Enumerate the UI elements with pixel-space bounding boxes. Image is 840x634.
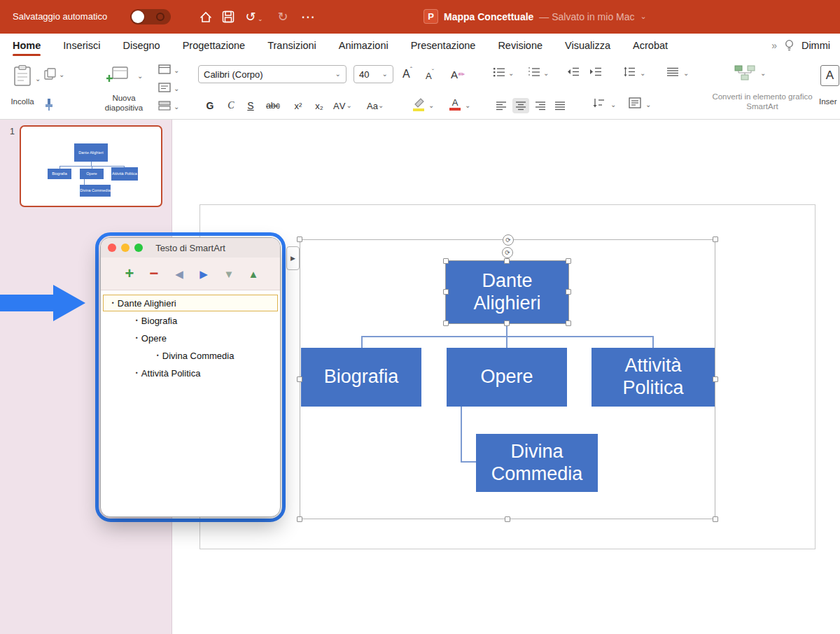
new-slide-icon[interactable] <box>106 65 129 83</box>
clear-formatting-button[interactable]: A✎ <box>449 66 466 83</box>
resize-handle[interactable] <box>504 258 510 264</box>
character-spacing-button[interactable]: AV⌄ <box>333 97 353 114</box>
smartart-node-attivita[interactable]: Attività Politica <box>592 348 715 407</box>
smartart-text-item-attivita[interactable]: ▪ Attività Politica <box>103 365 278 381</box>
highlight-color-button[interactable] <box>412 97 426 112</box>
tab-home[interactable]: Home <box>13 34 41 57</box>
numbering-chevron-down-icon[interactable]: ⌄ <box>543 70 549 77</box>
resize-handle[interactable] <box>297 376 302 382</box>
layout-chevron-down-icon[interactable]: ⌄ <box>174 67 179 74</box>
tab-progettazione[interactable]: Progettazione <box>183 34 245 57</box>
shrink-font-button[interactable]: Aˇ <box>421 67 438 84</box>
save-icon[interactable] <box>220 8 237 25</box>
demote-arrow-right-icon[interactable]: ▶ <box>196 258 211 290</box>
promote-arrow-left-icon[interactable]: ◀ <box>172 258 187 290</box>
undo-chevron-down-icon[interactable]: ⌄ <box>258 15 263 22</box>
convert-smartart-icon[interactable] <box>734 64 756 81</box>
text-direction-icon[interactable] <box>629 97 641 108</box>
format-painter-icon[interactable] <box>43 98 55 111</box>
convert-smartart-label[interactable]: Converti in elemento grafico SmartArt <box>710 92 815 112</box>
reset-slide-icon[interactable] <box>158 83 171 92</box>
section-icon[interactable] <box>158 101 171 111</box>
new-slide-label[interactable]: Nuova diapositiva <box>97 94 151 113</box>
convert-smartart-chevron-down-icon[interactable]: ⌄ <box>760 70 766 77</box>
sort-text-icon[interactable] <box>592 97 605 108</box>
bold-button[interactable]: G <box>202 97 218 114</box>
align-right-icon[interactable] <box>532 98 549 113</box>
tab-animazioni[interactable]: Animazioni <box>339 34 388 57</box>
slide-thumbnail[interactable]: Dante Alighieri Biografia Opere Attività… <box>20 125 162 207</box>
tab-visualizza[interactable]: Visualizza <box>565 34 610 57</box>
bulleted-list-icon[interactable] <box>493 66 505 77</box>
line-spacing-icon[interactable] <box>623 66 636 77</box>
smartart-text-item-opere[interactable]: ▪ Opere <box>103 330 278 346</box>
smartart-text-item-biografia[interactable]: ▪ Biografia <box>103 312 278 329</box>
tab-inserisci[interactable]: Inserisci <box>63 34 100 57</box>
resize-handle[interactable] <box>505 516 510 522</box>
resize-handle[interactable] <box>443 320 449 326</box>
columns-chevron-down-icon[interactable]: ⌄ <box>683 70 689 77</box>
smartart-node-biografia[interactable]: Biografia <box>301 348 421 407</box>
paste-chevron-down-icon[interactable]: ⌄ <box>35 76 41 83</box>
tab-transizioni[interactable]: Transizioni <box>267 34 316 57</box>
remove-item-icon[interactable]: − <box>146 258 162 290</box>
paste-icon[interactable] <box>13 64 32 87</box>
font-color-chevron-down-icon[interactable]: ⌄ <box>465 102 470 109</box>
move-up-arrow-icon[interactable]: ▲ <box>246 258 261 290</box>
resize-handle[interactable] <box>443 289 449 295</box>
dimmi-search[interactable]: Dimmi <box>802 40 830 51</box>
pane-title-bar[interactable]: Testo di SmartArt <box>101 238 280 258</box>
copy-chevron-down-icon[interactable]: ⌄ <box>59 71 64 78</box>
home-icon[interactable] <box>197 8 214 25</box>
tab-revisione[interactable]: Revisione <box>498 34 542 57</box>
resize-handle[interactable] <box>566 258 571 264</box>
rotate-handle-icon[interactable]: ⟳ <box>503 234 514 246</box>
numbered-list-icon[interactable] <box>528 66 540 77</box>
tab-overflow-chevrons-icon[interactable]: » <box>771 40 777 51</box>
align-center-icon[interactable] <box>512 98 529 113</box>
italic-button[interactable]: C <box>223 97 239 114</box>
change-case-button[interactable]: Aa⌄ <box>367 97 384 114</box>
move-down-arrow-icon[interactable]: ▼ <box>221 258 237 290</box>
text-direction-chevron-down-icon[interactable]: ⌄ <box>645 101 651 108</box>
more-commands-icon[interactable]: ⋯ <box>300 8 316 25</box>
resize-handle[interactable] <box>504 320 510 326</box>
title-chevron-down-icon[interactable]: ⌄ <box>640 12 647 21</box>
autosave-toggle[interactable] <box>130 9 171 24</box>
new-slide-chevron-down-icon[interactable]: ⌄ <box>137 73 143 80</box>
copy-icon[interactable] <box>43 67 56 80</box>
bullets-chevron-down-icon[interactable]: ⌄ <box>508 70 514 77</box>
tab-disegno[interactable]: Disegno <box>122 34 160 57</box>
tab-acrobat[interactable]: Acrobat <box>633 34 668 57</box>
smartart-pane-toggle[interactable]: ▶ <box>286 246 300 270</box>
resize-handle[interactable] <box>443 258 449 264</box>
smartart-node-divina[interactable]: Divina Commedia <box>476 434 598 492</box>
superscript-button[interactable]: x² <box>290 97 307 114</box>
subscript-button[interactable]: x₂ <box>311 97 328 114</box>
reset-chevron-down-icon[interactable]: ⌄ <box>174 85 179 92</box>
paste-label[interactable]: Incolla <box>3 97 42 107</box>
undo-icon[interactable]: ↺ <box>242 8 259 25</box>
insert-textbox-icon[interactable]: A <box>820 65 839 86</box>
resize-handle[interactable] <box>713 376 718 382</box>
resize-handle[interactable] <box>297 516 302 522</box>
rotate-handle-icon[interactable]: ⟳ <box>502 247 513 258</box>
smartart-text-item-divina[interactable]: ▪ Divina Commedia <box>103 347 278 364</box>
justify-icon[interactable] <box>552 98 568 113</box>
tab-presentazione[interactable]: Presentazione <box>411 34 476 57</box>
font-name-combo[interactable]: Calibri (Corpo)⌄ <box>198 65 346 83</box>
line-spacing-chevron-down-icon[interactable]: ⌄ <box>640 70 645 77</box>
resize-handle[interactable] <box>297 237 302 242</box>
underline-button[interactable]: S <box>242 97 259 114</box>
font-color-button[interactable]: A <box>447 96 463 113</box>
strikethrough-button[interactable]: abc <box>262 97 284 114</box>
insert-cut-label[interactable]: Inser <box>819 97 840 107</box>
columns-icon[interactable] <box>666 66 679 77</box>
resize-handle[interactable] <box>713 237 718 242</box>
font-size-combo[interactable]: 40⌄ <box>354 65 393 83</box>
resize-handle[interactable] <box>566 320 571 326</box>
sort-chevron-down-icon[interactable]: ⌄ <box>610 101 616 108</box>
smartart-node-root[interactable]: Dante Alighieri <box>446 261 568 323</box>
smartart-node-opere[interactable]: Opere <box>447 348 567 407</box>
increase-indent-icon[interactable] <box>589 66 602 77</box>
